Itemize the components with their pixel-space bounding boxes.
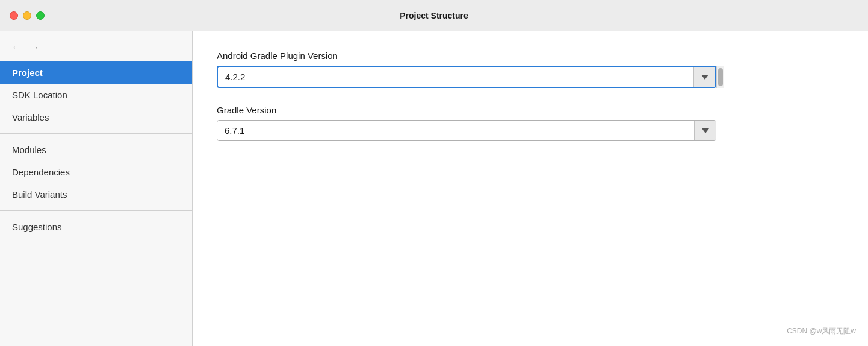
close-button[interactable] (10, 11, 18, 20)
gradle-version-input[interactable] (217, 121, 694, 140)
content-area: Android Gradle Plugin Version Gradle Ver… (193, 31, 868, 346)
main-content: ← → Project SDK Location Variables Modul… (0, 31, 868, 346)
chevron-down-icon (701, 75, 708, 80)
scrollbar[interactable] (716, 66, 724, 88)
android-gradle-plugin-dropdown (217, 66, 716, 88)
maximize-button[interactable] (36, 11, 45, 20)
sidebar-item-project[interactable]: Project (0, 61, 192, 84)
sidebar-item-modules[interactable]: Modules (0, 139, 192, 161)
gradle-version-field-group: Gradle Version (217, 105, 844, 141)
android-gradle-plugin-input[interactable] (218, 67, 693, 87)
back-button[interactable]: ← (10, 41, 23, 54)
sidebar-item-variables[interactable]: Variables (0, 106, 192, 128)
title-bar: Project Structure (0, 0, 868, 31)
minimize-button[interactable] (23, 11, 31, 20)
sidebar-item-build-variants[interactable]: Build Variants (0, 183, 192, 206)
gradle-version-dropdown (217, 120, 716, 141)
sidebar-item-sdk-location[interactable]: SDK Location (0, 84, 192, 106)
nav-section: ← → (0, 36, 192, 59)
forward-button[interactable]: → (28, 41, 41, 54)
android-gradle-plugin-dropdown-button[interactable] (693, 67, 715, 87)
sidebar-item-suggestions[interactable]: Suggestions (0, 216, 192, 238)
sidebar: ← → Project SDK Location Variables Modul… (0, 31, 193, 346)
gradle-version-dropdown-button[interactable] (694, 121, 716, 140)
traffic-lights (10, 11, 45, 20)
chevron-down-icon-2 (702, 128, 709, 133)
watermark: CSDN @w风雨无阻w (787, 326, 856, 336)
android-gradle-plugin-label: Android Gradle Plugin Version (217, 51, 844, 61)
gradle-version-label: Gradle Version (217, 105, 844, 115)
scrollbar-thumb (718, 68, 723, 86)
window-title: Project Structure (400, 11, 468, 20)
sidebar-divider-2 (0, 210, 192, 211)
android-gradle-plugin-field-group: Android Gradle Plugin Version (217, 51, 844, 88)
sidebar-item-dependencies[interactable]: Dependencies (0, 161, 192, 183)
sidebar-divider-1 (0, 133, 192, 134)
